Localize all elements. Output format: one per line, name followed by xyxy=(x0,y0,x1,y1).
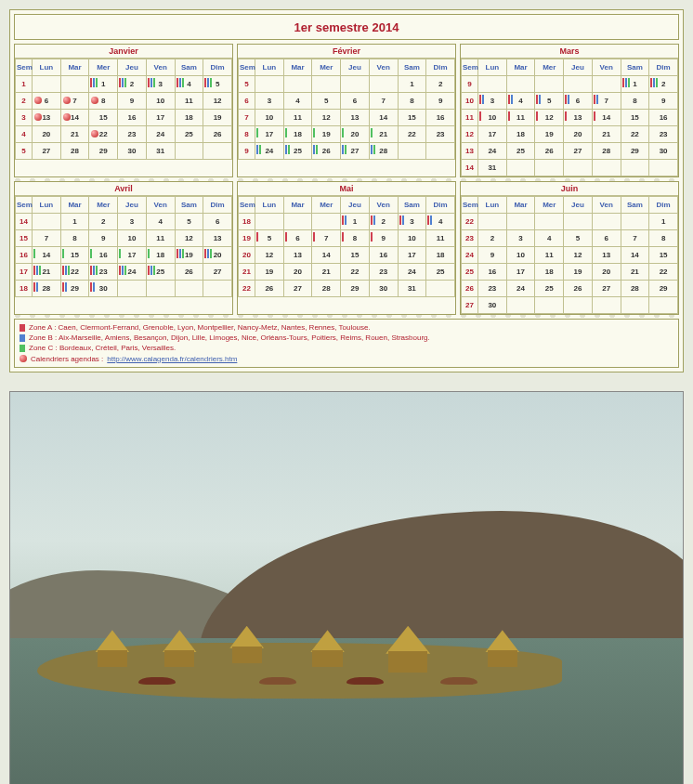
zone-A-mark xyxy=(536,111,538,121)
day-header: Ven xyxy=(146,59,175,76)
day-cell: 17 xyxy=(255,126,284,143)
week-number: 21 xyxy=(239,264,255,281)
zone-A-mark xyxy=(90,78,92,87)
day-cell: 8 xyxy=(649,230,678,247)
empty-cell xyxy=(478,214,507,230)
day-cell: 28 xyxy=(621,281,649,297)
zone-A-mark xyxy=(90,282,92,292)
zone-B-mark xyxy=(150,78,152,87)
zone-C-mark xyxy=(96,78,98,87)
day-header: Mar xyxy=(506,59,535,76)
title-bar: 1er semestre 2014 xyxy=(14,14,679,40)
day-cell: 7 xyxy=(60,93,89,110)
day-cell: 5 xyxy=(255,230,284,247)
zone-A-mark xyxy=(594,95,595,104)
day-cell: 22 xyxy=(89,126,118,143)
zone-B-mark xyxy=(568,95,569,104)
day-cell: 4 xyxy=(283,93,312,110)
day-header: Mar xyxy=(60,59,89,76)
week-number: 10 xyxy=(462,93,478,110)
zone-A-mark xyxy=(479,111,481,121)
day-cell: 3 xyxy=(478,93,507,110)
legend-zone-a: Zone A : Caen, Clermont-Ferrand, Grenobl… xyxy=(20,322,673,333)
day-cell: 20 xyxy=(341,126,370,143)
zone-A-mark xyxy=(371,216,373,225)
empty-cell xyxy=(478,76,507,93)
empty-cell xyxy=(203,143,232,160)
day-cell: 25 xyxy=(283,143,312,160)
day-cell: 7 xyxy=(592,93,621,110)
empty-cell xyxy=(255,214,284,230)
week-number: 12 xyxy=(462,126,478,143)
day-cell: 22 xyxy=(398,126,426,143)
day-cell: 16 xyxy=(478,264,507,281)
zone-B-mark xyxy=(511,95,513,104)
day-cell: 7 xyxy=(369,93,398,110)
zone-A-mark xyxy=(62,282,64,292)
zone-C-mark xyxy=(124,78,126,87)
day-cell: 19 xyxy=(312,126,341,143)
day-header: Sam xyxy=(621,59,649,76)
day-header: Dim xyxy=(649,59,678,76)
zone-B-mark xyxy=(482,95,484,104)
day-header: Jeu xyxy=(564,197,593,214)
zone-A-mark xyxy=(33,266,35,275)
day-cell: 17 xyxy=(506,264,535,281)
day-header: Mer xyxy=(89,59,118,76)
day-cell: 5 xyxy=(203,76,232,93)
zone-C-mark xyxy=(119,249,121,258)
empty-cell xyxy=(283,76,312,93)
zone-B-mark xyxy=(653,78,655,87)
event-icon xyxy=(34,113,42,121)
day-cell: 1 xyxy=(89,76,118,93)
zone-A-mark xyxy=(342,232,344,242)
pin-icon xyxy=(20,355,27,362)
swatch-zone-a xyxy=(20,324,25,332)
zone-A-mark xyxy=(177,249,178,258)
week-number: 16 xyxy=(16,247,33,264)
day-cell: 11 xyxy=(283,110,312,126)
zone-A-mark xyxy=(565,95,567,104)
week-number: 19 xyxy=(239,230,255,247)
day-cell: 2 xyxy=(478,230,507,247)
day-header: Mer xyxy=(312,59,341,76)
day-header: Lun xyxy=(478,59,507,76)
day-cell: 30 xyxy=(478,297,507,314)
day-cell: 12 xyxy=(175,230,203,247)
day-cell: 8 xyxy=(89,93,118,110)
event-icon xyxy=(63,97,71,104)
day-cell: 19 xyxy=(175,247,203,264)
day-cell: 3 xyxy=(118,214,147,230)
calendar-source-link[interactable]: http://www.calagenda.fr/calendriers.htm xyxy=(107,354,237,364)
month-janvier: JanvierSemLunMarMerJeuVenSamDim112345267… xyxy=(14,44,233,177)
day-cell: 1 xyxy=(649,214,678,230)
empty-cell xyxy=(33,214,61,230)
month-name: Mai xyxy=(238,182,455,196)
day-cell: 13 xyxy=(203,230,232,247)
empty-cell xyxy=(118,281,147,297)
day-cell: 9 xyxy=(118,93,147,110)
day-cell: 28 xyxy=(60,143,89,160)
swatch-zone-c xyxy=(20,345,25,352)
empty-cell xyxy=(506,297,535,314)
zone-C-mark xyxy=(285,128,287,137)
day-cell: 14 xyxy=(33,247,61,264)
day-cell: 2 xyxy=(118,76,147,93)
zone-A-mark xyxy=(119,266,121,275)
page-title: 1er semestre 2014 xyxy=(294,20,399,34)
day-cell: 16 xyxy=(369,247,398,264)
zone-B-mark xyxy=(207,249,209,258)
day-cell: 26 xyxy=(312,143,341,160)
day-cell: 20 xyxy=(564,126,593,143)
zone-B-mark xyxy=(402,216,404,225)
day-cell: 6 xyxy=(203,214,232,230)
day-cell: 16 xyxy=(426,110,455,126)
zone-A-mark xyxy=(536,95,538,104)
zone-B-mark xyxy=(207,78,209,87)
zone-C-mark xyxy=(373,145,375,154)
day-header: Jeu xyxy=(118,197,147,214)
day-cell: 14 xyxy=(621,247,649,264)
day-cell: 23 xyxy=(426,126,455,143)
zone-B-mark xyxy=(373,216,375,225)
zone-C-mark xyxy=(153,78,155,87)
